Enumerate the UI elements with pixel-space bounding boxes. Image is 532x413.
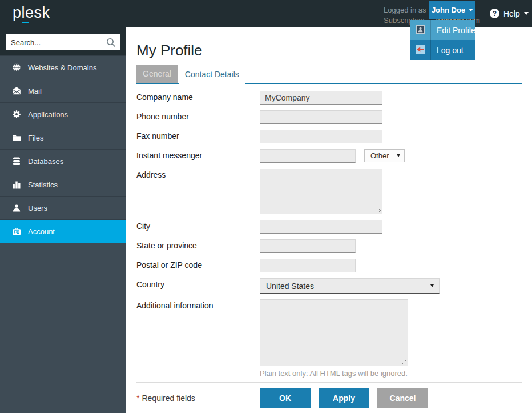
postal-code-field[interactable] xyxy=(260,259,356,272)
form-footer: *Required fields OK Apply Cancel xyxy=(136,388,522,408)
sidebar-item-applications[interactable]: Applications xyxy=(0,102,126,126)
briefcase-badge-icon xyxy=(12,227,21,236)
edit-profile-label: Edit Profile xyxy=(431,20,475,40)
form-row-instant-messenger: Instant messenger Other xyxy=(136,149,522,163)
user-name: John Doe xyxy=(432,6,465,14)
ok-button[interactable]: OK xyxy=(260,388,311,408)
phone-number-label: Phone number xyxy=(136,110,260,124)
required-asterisk: * xyxy=(136,394,139,403)
instant-messenger-field[interactable] xyxy=(260,149,356,163)
sidebar-item-label: Mail xyxy=(28,87,42,95)
sidebar-item-label: Statistics xyxy=(28,181,58,189)
sidebar-item-account[interactable]: Account xyxy=(0,219,126,243)
menu-item-edit-profile[interactable]: Edit Profile xyxy=(410,20,475,40)
fax-number-field[interactable] xyxy=(260,130,382,143)
bar-chart-icon xyxy=(12,180,21,189)
main-content: My Profile General Contact Details Compa… xyxy=(126,27,532,413)
company-name-field[interactable] xyxy=(260,91,382,105)
sidebar-item-label: Databases xyxy=(28,157,63,166)
sidebar-item-label: Users xyxy=(28,204,47,212)
postal-code-label: Postal or ZIP code xyxy=(136,259,260,272)
address-label: Address xyxy=(136,169,260,214)
country-select[interactable]: United States xyxy=(260,278,440,294)
user-menu-button[interactable]: John Doe xyxy=(429,1,475,19)
apply-button[interactable]: Apply xyxy=(319,388,369,408)
caret-down-icon xyxy=(397,154,400,157)
form-row-postal: Postal or ZIP code xyxy=(136,259,522,272)
sidebar-search-area xyxy=(0,27,126,55)
state-field[interactable] xyxy=(260,239,356,253)
tab-general[interactable]: General xyxy=(136,65,178,83)
logged-in-as-label: Logged in as xyxy=(384,6,426,14)
logout-label: Log out xyxy=(431,40,464,60)
resize-handle-icon[interactable] xyxy=(401,359,407,365)
sidebar-item-databases[interactable]: Databases xyxy=(0,149,126,173)
additional-info-textarea[interactable] xyxy=(260,299,408,366)
gear-icon xyxy=(12,110,21,119)
form-row-fax-number: Fax number xyxy=(136,130,522,143)
phone-number-field[interactable] xyxy=(260,110,382,124)
menu-icon-cell xyxy=(410,20,431,40)
form-row-company-name: Company name xyxy=(136,91,522,105)
sidebar-item-files[interactable]: Files xyxy=(0,126,126,149)
tab-bar: General Contact Details xyxy=(136,65,522,84)
sidebar: Websites & Domains Mail Applications Fil… xyxy=(0,27,126,413)
search-icon xyxy=(106,38,116,50)
required-fields-note: *Required fields xyxy=(136,388,260,408)
sidebar-item-label: Files xyxy=(28,134,43,142)
user-dropdown-menu: Edit Profile Log out xyxy=(410,20,475,60)
caret-down-icon xyxy=(430,284,434,287)
sidebar-item-mail[interactable]: Mail xyxy=(0,79,126,102)
city-label: City xyxy=(136,220,260,234)
form-row-country: Country United States xyxy=(136,278,522,294)
search-input[interactable] xyxy=(6,34,120,50)
country-selected: United States xyxy=(266,282,314,291)
fax-number-label: Fax number xyxy=(136,130,260,143)
logout-icon xyxy=(416,45,425,56)
folder-icon xyxy=(12,133,21,142)
footer-divider xyxy=(136,382,522,383)
additional-info-label: Additional information xyxy=(136,299,260,378)
sidebar-item-label: Applications xyxy=(28,110,68,119)
sidebar-item-statistics[interactable]: Statistics xyxy=(0,173,126,196)
messenger-type-select[interactable]: Other xyxy=(364,149,405,162)
contact-details-form: Company name Phone number Fax number Ins… xyxy=(136,91,522,378)
globe-icon xyxy=(12,63,21,72)
caret-down-icon xyxy=(524,12,529,15)
country-label: Country xyxy=(136,278,260,294)
sidebar-item-label: Websites & Domains xyxy=(28,63,96,72)
database-icon xyxy=(12,157,21,166)
form-row-city: City xyxy=(136,220,522,234)
user-icon xyxy=(12,203,21,212)
form-row-address: Address xyxy=(136,169,522,214)
address-textarea[interactable] xyxy=(260,169,382,214)
city-field[interactable] xyxy=(260,220,382,234)
menu-icon-cell xyxy=(410,40,431,60)
plesk-logo: plesk xyxy=(13,4,50,22)
tab-contact-details[interactable]: Contact Details xyxy=(179,66,245,84)
menu-item-log-out[interactable]: Log out xyxy=(410,40,475,60)
company-name-label: Company name xyxy=(136,91,260,105)
plesk-logo-text: plesk xyxy=(13,4,50,21)
help-menu-button[interactable]: ? Help xyxy=(490,9,529,18)
help-label: Help xyxy=(503,9,520,18)
caret-down-icon xyxy=(469,9,473,11)
plesk-logo-underscore xyxy=(22,22,29,23)
edit-profile-icon xyxy=(416,25,425,36)
required-fields-text: Required fields xyxy=(142,394,195,403)
form-row-additional-info: Additional information Plain text only: … xyxy=(136,299,522,378)
sidebar-item-label: Account xyxy=(28,227,55,236)
form-row-state: State or province xyxy=(136,239,522,253)
plain-text-hint: Plain text only: All HTML tags will be i… xyxy=(260,369,408,378)
search-box xyxy=(6,34,120,50)
resize-handle-icon[interactable] xyxy=(376,207,381,213)
cancel-button[interactable]: Cancel xyxy=(377,388,428,408)
instant-messenger-label: Instant messenger xyxy=(136,149,260,163)
mail-icon xyxy=(12,86,21,95)
sidebar-item-websites-domains[interactable]: Websites & Domains xyxy=(0,55,126,79)
help-question-icon: ? xyxy=(490,9,499,18)
messenger-type-selected: Other xyxy=(370,151,389,160)
form-row-phone-number: Phone number xyxy=(136,110,522,124)
sidebar-item-users[interactable]: Users xyxy=(0,196,126,219)
state-label: State or province xyxy=(136,239,260,253)
